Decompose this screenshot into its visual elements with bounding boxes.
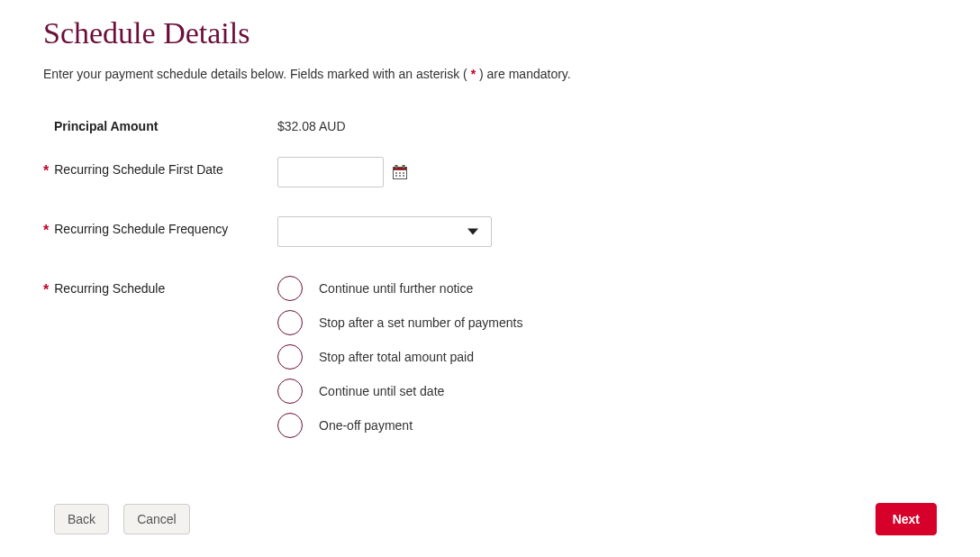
radio-icon: [277, 413, 303, 438]
svg-rect-2: [395, 166, 397, 169]
radio-stop-total[interactable]: Stop after total amount paid: [277, 344, 522, 370]
calendar-icon[interactable]: [393, 165, 407, 179]
label-schedule-text: Recurring Schedule: [54, 281, 165, 296]
next-button[interactable]: Next: [876, 503, 937, 535]
intro-after: ) are mandatory.: [476, 67, 571, 81]
radio-until-date[interactable]: Continue until set date: [277, 379, 522, 404]
radio-icon: [277, 276, 303, 301]
svg-rect-9: [403, 175, 404, 177]
label-frequency-text: Recurring Schedule Frequency: [54, 222, 228, 236]
footer-buttons: Back Cancel Next: [0, 503, 980, 535]
radio-icon: [277, 344, 303, 370]
radio-continue-notice[interactable]: Continue until further notice: [277, 276, 522, 301]
cancel-button[interactable]: Cancel: [123, 504, 190, 534]
required-mark-icon: *: [43, 164, 49, 178]
row-principal: Principal Amount $32.08 AUD: [43, 114, 937, 133]
svg-rect-5: [399, 172, 401, 174]
svg-rect-7: [395, 175, 397, 177]
page-title: Schedule Details: [43, 16, 937, 50]
frequency-select[interactable]: [277, 216, 492, 247]
first-date-input[interactable]: [277, 157, 384, 187]
row-first-date: * Recurring Schedule First Date: [43, 157, 937, 187]
radio-label: Continue until set date: [319, 384, 444, 398]
svg-rect-4: [395, 172, 397, 174]
required-mark-icon: *: [43, 283, 49, 297]
radio-label: One-off payment: [319, 418, 413, 433]
radio-label: Stop after total amount paid: [319, 350, 474, 364]
radio-icon: [277, 310, 303, 335]
svg-rect-8: [399, 175, 401, 177]
chevron-down-icon: [467, 229, 478, 235]
row-frequency: * Recurring Schedule Frequency: [43, 216, 937, 247]
value-principal: $32.08 AUD: [277, 114, 937, 133]
radio-one-off[interactable]: One-off payment: [277, 413, 522, 438]
label-schedule: * Recurring Schedule: [43, 276, 277, 297]
label-first-date: * Recurring Schedule First Date: [43, 157, 277, 178]
intro-before: Enter your payment schedule details belo…: [43, 67, 471, 81]
back-button[interactable]: Back: [54, 504, 109, 534]
row-schedule: * Recurring Schedule Continue until furt…: [43, 276, 937, 438]
intro-text: Enter your payment schedule details belo…: [43, 67, 937, 81]
schedule-radio-list: Continue until further notice Stop after…: [277, 276, 522, 438]
svg-rect-6: [403, 172, 404, 174]
required-mark-icon: *: [43, 224, 49, 238]
radio-stop-number[interactable]: Stop after a set number of payments: [277, 310, 522, 335]
label-frequency: * Recurring Schedule Frequency: [43, 216, 277, 238]
radio-label: Stop after a set number of payments: [319, 315, 522, 330]
radio-label: Continue until further notice: [319, 281, 473, 296]
radio-icon: [277, 379, 303, 404]
label-first-date-text: Recurring Schedule First Date: [54, 162, 223, 177]
label-principal-text: Principal Amount: [54, 119, 158, 133]
svg-rect-3: [403, 166, 404, 169]
label-principal: Principal Amount: [43, 114, 277, 133]
